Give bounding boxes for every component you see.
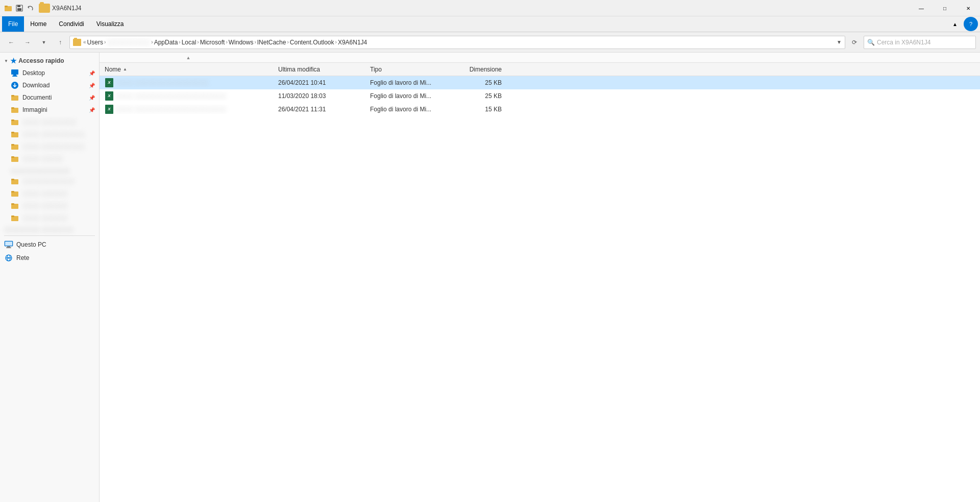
svg-rect-1 bbox=[5, 6, 8, 7]
tab-visualizza[interactable]: Visualizza bbox=[90, 16, 130, 32]
tab-file[interactable]: File bbox=[2, 16, 24, 32]
file-name-col-2: ░░░░ ░░░░░░░░░░░░░░░░░░░░░ bbox=[102, 91, 275, 101]
file-name-3: ░░░░ ░░░░░░░░░░░░░░░░░░░░░ bbox=[116, 106, 226, 113]
blurred-s2-icon bbox=[10, 189, 19, 198]
svg-point-36 bbox=[8, 257, 10, 259]
sidebar-blurred-label-4: ░░░░ ░░░░░ bbox=[22, 155, 95, 162]
breadcrumb-users[interactable]: Users bbox=[87, 39, 103, 46]
table-row[interactable]: ░░░░ ░░░░░░░░░░░░░░░░░░░░░ 26/04/2021 11… bbox=[100, 103, 980, 116]
blurred-s4-icon bbox=[10, 213, 19, 223]
documenti-icon bbox=[10, 93, 19, 102]
svg-rect-26 bbox=[11, 203, 14, 205]
breadcrumb-windows[interactable]: Windows bbox=[229, 39, 254, 46]
svg-rect-5 bbox=[11, 69, 18, 75]
rete-label: Rete bbox=[16, 254, 95, 261]
table-row[interactable]: ░░░░ ░░░░░░░░░░░░░░░░░ 26/04/2021 10:41 … bbox=[100, 76, 980, 89]
header-type-label: Tipo bbox=[370, 66, 382, 73]
header-col-type[interactable]: Tipo bbox=[367, 63, 454, 76]
sidebar-immagini-label: Immagini bbox=[22, 106, 87, 113]
quick-access-star-icon: ★ bbox=[10, 57, 17, 65]
header-name-label: Nome bbox=[105, 66, 121, 73]
ribbon-expand-button[interactable]: ▲ bbox=[948, 21, 962, 27]
file-list-header: Nome ▲ Ultima modifica Tipo Dimensione bbox=[100, 63, 980, 76]
desktop-pin-icon: 📌 bbox=[89, 70, 95, 76]
immagini-icon bbox=[10, 105, 19, 114]
sidebar-item-blurred-3[interactable]: ░░░░ ░░░░░░░░░░ bbox=[0, 140, 99, 153]
quick-access-header[interactable]: ▼ ★ Accesso rapido bbox=[0, 55, 99, 67]
sidebar-item-download[interactable]: Download 📌 bbox=[0, 79, 99, 91]
sidebar-item-blurred-s3[interactable]: ░░░░ ░░░░░░ bbox=[0, 200, 99, 212]
file-date-1: 26/04/2021 10:41 bbox=[278, 79, 326, 86]
file-list: ▲ Nome ▲ Ultima modifica Tipo Dimensione bbox=[100, 53, 980, 502]
file-name-2: ░░░░ ░░░░░░░░░░░░░░░░░░░░░ bbox=[116, 92, 226, 100]
recent-button[interactable]: ▼ bbox=[37, 35, 51, 50]
file-type-col-1: Foglio di lavoro di Mi... bbox=[367, 79, 454, 86]
maximize-button[interactable]: □ bbox=[933, 0, 957, 16]
file-type-3: Foglio di lavoro di Mi... bbox=[370, 106, 431, 113]
minimize-button[interactable]: — bbox=[910, 0, 933, 16]
header-col-date[interactable]: Ultima modifica bbox=[275, 63, 367, 76]
svg-rect-18 bbox=[11, 144, 14, 146]
file-size-2: 25 KB bbox=[485, 92, 502, 100]
svg-rect-4 bbox=[17, 8, 21, 11]
header-col-size[interactable]: Dimensione bbox=[454, 63, 505, 76]
sidebar-blurred-s2-label: ░░░░ ░░░░░░ bbox=[22, 190, 95, 197]
blurred-drives-label: ░░░░░░░░░ ░░░░░░░░ bbox=[4, 226, 74, 232]
sidebar-item-documenti[interactable]: Documenti 📌 bbox=[0, 91, 99, 104]
blurred-folder-2-icon bbox=[10, 130, 19, 139]
address-bar[interactable]: « Users › ░░░░░░░░░░ › AppData › Local ›… bbox=[69, 36, 845, 49]
sidebar-item-blurred-1[interactable]: ░░░░ ░░░░░░░░ bbox=[0, 116, 99, 128]
address-dropdown-button[interactable]: ▼ bbox=[837, 39, 842, 45]
breadcrumb-user[interactable]: ░░░░░░░░░░ bbox=[107, 39, 150, 46]
sidebar-item-blurred-2[interactable]: ░░░░ ░░░░░░░░░░ bbox=[0, 128, 99, 140]
search-bar[interactable]: 🔍 Cerca in X9A6N1J4 bbox=[864, 36, 976, 49]
file-type-col-3: Foglio di lavoro di Mi... bbox=[367, 106, 454, 113]
excel-file-icon-1 bbox=[105, 78, 114, 87]
sidebar-item-desktop[interactable]: Desktop 📌 bbox=[0, 67, 99, 79]
file-type-col-2: Foglio di lavoro di Mi... bbox=[367, 92, 454, 100]
documenti-pin-icon: 📌 bbox=[89, 95, 95, 101]
breadcrumb-sep-1: › bbox=[104, 39, 106, 45]
breadcrumb-local[interactable]: Local bbox=[182, 39, 197, 46]
main-layout: ▼ ★ Accesso rapido Desktop 📌 bbox=[0, 53, 980, 502]
file-date-3: 26/04/2021 11:31 bbox=[278, 106, 326, 113]
sidebar-item-blurred-s1[interactable]: ░░░░░░░░░░░░ bbox=[0, 175, 99, 187]
breadcrumb-appdata[interactable]: AppData bbox=[154, 39, 178, 46]
close-button[interactable]: ✕ bbox=[957, 0, 980, 16]
sort-up-arrow[interactable]: ▲ bbox=[186, 55, 191, 60]
sidebar-item-blurred-s4[interactable]: ░░░░ ░░░░░░ bbox=[0, 212, 99, 224]
refresh-button[interactable]: ⟳ bbox=[847, 36, 862, 49]
back-button[interactable]: ← bbox=[4, 35, 18, 50]
breadcrumb-x9a6n1j4[interactable]: X9A6N1J4 bbox=[338, 39, 367, 46]
svg-rect-31 bbox=[6, 247, 11, 248]
search-icon: 🔍 bbox=[867, 39, 875, 46]
help-button[interactable]: ? bbox=[964, 17, 978, 31]
sidebar-item-rete[interactable]: Rete bbox=[0, 251, 99, 265]
breadcrumb-inetcache[interactable]: INetCache bbox=[257, 39, 286, 46]
svg-rect-32 bbox=[5, 242, 12, 246]
breadcrumb-content-outlook[interactable]: Content.Outlook bbox=[290, 39, 334, 46]
undo-icon[interactable] bbox=[27, 4, 35, 12]
svg-rect-3 bbox=[17, 5, 20, 7]
breadcrumb-microsoft[interactable]: Microsoft bbox=[200, 39, 225, 46]
tab-condividi[interactable]: Condividi bbox=[53, 16, 90, 32]
breadcrumb: « Users › ░░░░░░░░░░ › AppData › Local ›… bbox=[83, 39, 367, 46]
sidebar-item-questo-pc[interactable]: Questo PC bbox=[0, 238, 99, 251]
address-folder-icon bbox=[73, 39, 81, 46]
sidebar-item-blurred-s2[interactable]: ░░░░ ░░░░░░ bbox=[0, 187, 99, 200]
sidebar-blurred-s3-label: ░░░░ ░░░░░░ bbox=[22, 202, 95, 209]
up-button[interactable]: ↑ bbox=[53, 35, 67, 50]
tab-home[interactable]: Home bbox=[24, 16, 53, 32]
header-col-name[interactable]: Nome ▲ bbox=[102, 63, 275, 76]
file-date-col-1: 26/04/2021 10:41 bbox=[275, 79, 367, 86]
header-size-label: Dimensione bbox=[470, 66, 502, 73]
quick-access-arrow: ▼ bbox=[4, 59, 8, 63]
title-bar-icons bbox=[4, 4, 35, 12]
sidebar-item-immagini[interactable]: Immagini 📌 bbox=[0, 104, 99, 116]
immagini-pin-icon: 📌 bbox=[89, 107, 95, 113]
forward-button[interactable]: → bbox=[20, 35, 35, 50]
sidebar-divider bbox=[4, 235, 95, 236]
table-row[interactable]: ░░░░ ░░░░░░░░░░░░░░░░░░░░░ 11/03/2020 18… bbox=[100, 89, 980, 103]
sidebar-item-blurred-4[interactable]: ░░░░ ░░░░░ bbox=[0, 153, 99, 165]
svg-rect-12 bbox=[11, 107, 14, 109]
